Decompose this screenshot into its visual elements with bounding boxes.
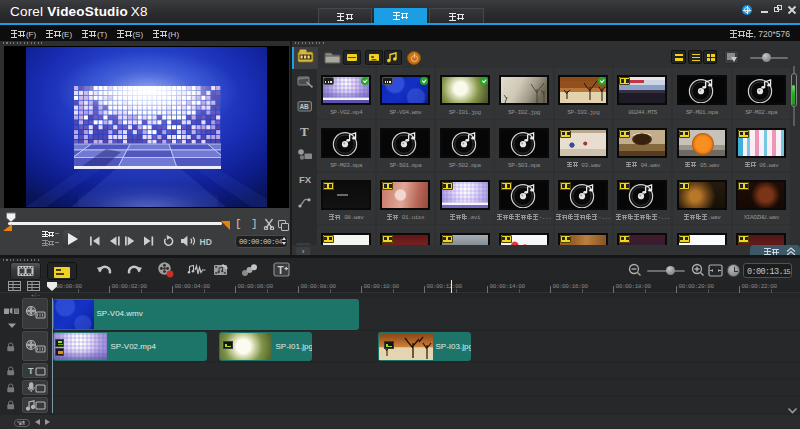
svg-text:FX: FX: [299, 174, 312, 185]
svg-text:HD: HD: [200, 237, 212, 247]
svg-text:AB: AB: [299, 103, 309, 110]
svg-text:T: T: [300, 124, 309, 139]
svg-text:T: T: [28, 366, 34, 376]
svg-text:T: T: [278, 265, 284, 276]
